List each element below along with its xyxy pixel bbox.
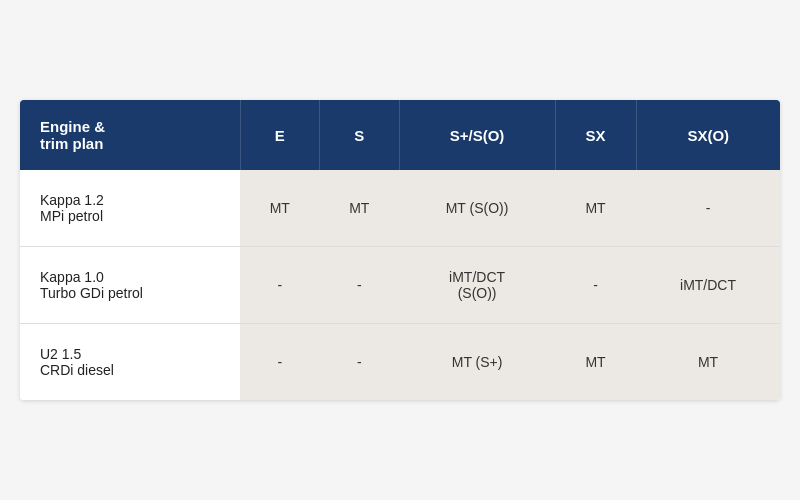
header-s-label: S (354, 127, 364, 144)
header-sx: SX (555, 100, 636, 170)
cell-sxo-0: - (636, 170, 780, 247)
header-engine-trim-label: Engine &trim plan (40, 118, 105, 152)
cell-s-0: MT (320, 170, 400, 247)
header-splus-label: S+/S(O) (450, 127, 505, 144)
engine-trim-table: Engine &trim plan E S S+/S(O) SX (20, 100, 780, 400)
cell-sx-2: MT (555, 324, 636, 401)
cell-engine-1: Kappa 1.0Turbo GDi petrol (20, 247, 240, 324)
cell-sx-1: - (555, 247, 636, 324)
header-row: Engine &trim plan E S S+/S(O) SX (20, 100, 780, 170)
cell-e-2: - (240, 324, 320, 401)
cell-splus-1: iMT/DCT(S(O)) (399, 247, 555, 324)
header-splus: S+/S(O) (399, 100, 555, 170)
header-sx-label: SX (586, 127, 606, 144)
cell-e-1: - (240, 247, 320, 324)
table-container: Engine &trim plan E S S+/S(O) SX (20, 100, 780, 400)
table-body: Kappa 1.2MPi petrolMTMTMT (S(O))MT-Kappa… (20, 170, 780, 400)
cell-sx-0: MT (555, 170, 636, 247)
cell-e-0: MT (240, 170, 320, 247)
header-e: E (240, 100, 320, 170)
header-s: S (320, 100, 400, 170)
header-e-label: E (275, 127, 285, 144)
table-row: Kappa 1.0Turbo GDi petrol--iMT/DCT(S(O))… (20, 247, 780, 324)
cell-splus-0: MT (S(O)) (399, 170, 555, 247)
header-sxo-label: SX(O) (687, 127, 729, 144)
cell-sxo-2: MT (636, 324, 780, 401)
header-engine-trim: Engine &trim plan (20, 100, 240, 170)
table-row: U2 1.5CRDi diesel--MT (S+)MTMT (20, 324, 780, 401)
cell-engine-0: Kappa 1.2MPi petrol (20, 170, 240, 247)
cell-splus-2: MT (S+) (399, 324, 555, 401)
header-sxo: SX(O) (636, 100, 780, 170)
cell-s-1: - (320, 247, 400, 324)
cell-engine-2: U2 1.5CRDi diesel (20, 324, 240, 401)
engine-trim-table-wrapper: Engine &trim plan E S S+/S(O) SX (20, 100, 780, 400)
cell-sxo-1: iMT/DCT (636, 247, 780, 324)
cell-s-2: - (320, 324, 400, 401)
table-row: Kappa 1.2MPi petrolMTMTMT (S(O))MT- (20, 170, 780, 247)
